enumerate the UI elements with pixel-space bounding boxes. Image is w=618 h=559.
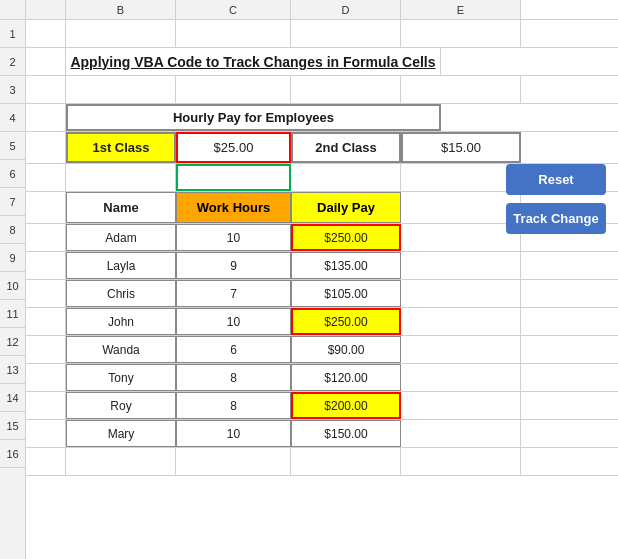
cell-8a: [26, 224, 66, 251]
row-num-3: 3: [0, 76, 25, 104]
employee-name-7: Mary: [66, 420, 176, 447]
cell-6d: [291, 164, 401, 191]
cell-11e: [401, 308, 521, 335]
row-num-9: 9: [0, 244, 25, 272]
row-11: John 10 $250.00: [26, 308, 618, 336]
employee-name-0: Adam: [66, 224, 176, 251]
employee-pay-5: $120.00: [291, 364, 401, 391]
cell-4a: [26, 104, 66, 131]
employee-hours-6: 8: [176, 392, 291, 419]
col-header-e: E: [401, 0, 521, 19]
cell-10e: [401, 280, 521, 307]
employee-pay-7: $150.00: [291, 420, 401, 447]
employee-name-4: Wanda: [66, 336, 176, 363]
class2-value: $15.00: [441, 140, 481, 155]
row-num-10: 10: [0, 272, 25, 300]
row-2: Applying VBA Code to Track Changes in Fo…: [26, 48, 618, 76]
cell-3e: [401, 76, 521, 103]
cell-6a: [26, 164, 66, 191]
cell-1d: [291, 20, 401, 47]
column-headers: B C D E: [0, 0, 618, 20]
cell-12e: [401, 336, 521, 363]
cell-15a: [26, 420, 66, 447]
col-header-c: C: [176, 0, 291, 19]
cell-13a: [26, 364, 66, 391]
row-num-4: 4: [0, 104, 25, 132]
cell-11a: [26, 308, 66, 335]
cell-3d: [291, 76, 401, 103]
row-num-6: 6: [0, 160, 25, 188]
row-12: Wanda 6 $90.00: [26, 336, 618, 364]
cell-16b: [66, 448, 176, 475]
col-header-a: [26, 0, 66, 19]
corner-cell: [0, 0, 26, 19]
row-num-14: 14: [0, 384, 25, 412]
employee-hours-4: 6: [176, 336, 291, 363]
cell-7a: [26, 192, 66, 223]
cell-16e: [401, 448, 521, 475]
employee-hours-0: 10: [176, 224, 291, 251]
header-workhours-label: Work Hours: [197, 200, 270, 215]
cell-15e: [401, 420, 521, 447]
cell-1c: [176, 20, 291, 47]
col-header-d: D: [291, 0, 401, 19]
reset-button[interactable]: Reset: [506, 164, 606, 195]
cell-6c: [176, 164, 291, 191]
header-name-label: Name: [103, 200, 138, 215]
buttons-area: Reset Track Change: [498, 160, 618, 238]
cell-3b: [66, 76, 176, 103]
cell-2a: [26, 48, 66, 75]
cell-9e: [401, 252, 521, 279]
cell-16c: [176, 448, 291, 475]
employee-pay-6: $200.00: [291, 392, 401, 419]
employee-pay-2: $105.00: [291, 280, 401, 307]
cell-16d: [291, 448, 401, 475]
row-1: [26, 20, 618, 48]
row-num-15: 15: [0, 412, 25, 440]
employee-hours-5: 8: [176, 364, 291, 391]
employee-name-3: John: [66, 308, 176, 335]
row-numbers: 1 2 3 4 5 6 7 8 9 10 11 12 13 14 15 16: [0, 20, 26, 559]
class1-value-cell: $25.00: [176, 132, 291, 163]
class2-label-cell: 2nd Class: [291, 132, 401, 163]
employee-hours-1: 9: [176, 252, 291, 279]
employee-pay-3: $250.00: [291, 308, 401, 335]
row-num-1: 1: [0, 20, 25, 48]
class1-label-cell: 1st Class: [66, 132, 176, 163]
row-4: Hourly Pay for Employees: [26, 104, 618, 132]
class1-label: 1st Class: [92, 140, 149, 155]
row-10: Chris 7 $105.00: [26, 280, 618, 308]
employee-pay-1: $135.00: [291, 252, 401, 279]
employee-name-2: Chris: [66, 280, 176, 307]
cell-1a: [26, 20, 66, 47]
row-15: Mary 10 $150.00: [26, 420, 618, 448]
cell-12a: [26, 336, 66, 363]
cell-6b: [66, 164, 176, 191]
employee-name-1: Layla: [66, 252, 176, 279]
employee-pay-0: $250.00: [291, 224, 401, 251]
employee-hours-7: 10: [176, 420, 291, 447]
row-num-5: 5: [0, 132, 25, 160]
cell-3c: [176, 76, 291, 103]
row-9: Layla 9 $135.00: [26, 252, 618, 280]
row-num-11: 11: [0, 300, 25, 328]
header-dailypay-label: Daily Pay: [317, 200, 375, 215]
spreadsheet: B C D E 1 2 3 4 5 6 7 8 9 10 11 12 13 14…: [0, 0, 618, 559]
cell-1e: [401, 20, 521, 47]
grid-body: 1 2 3 4 5 6 7 8 9 10 11 12 13 14 15 16: [0, 20, 618, 559]
track-change-button[interactable]: Track Change: [506, 203, 606, 234]
cell-3a: [26, 76, 66, 103]
cell-16a: [26, 448, 66, 475]
row-num-2: 2: [0, 48, 25, 76]
title-cell: Applying VBA Code to Track Changes in Fo…: [66, 48, 441, 75]
header-dailypay: Daily Pay: [291, 192, 401, 223]
row-num-16: 16: [0, 440, 25, 468]
header-workhours: Work Hours: [176, 192, 291, 223]
cell-14e: [401, 392, 521, 419]
grid-content: Applying VBA Code to Track Changes in Fo…: [26, 20, 618, 559]
employee-name-5: Tony: [66, 364, 176, 391]
row-14: Roy 8 $200.00: [26, 392, 618, 420]
cell-1b: [66, 20, 176, 47]
cell-9a: [26, 252, 66, 279]
class2-label: 2nd Class: [315, 140, 376, 155]
